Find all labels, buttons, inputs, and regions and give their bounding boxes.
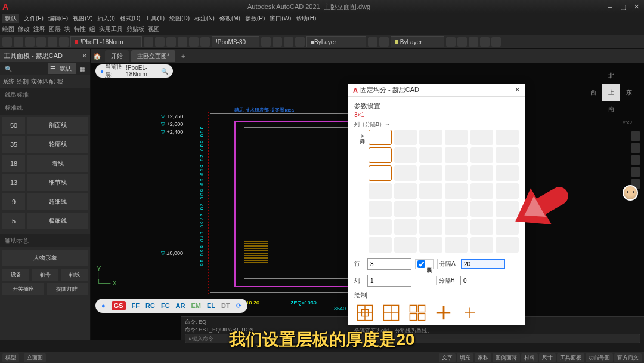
- preset-cell[interactable]: [470, 130, 494, 145]
- tool-icon[interactable]: [14, 37, 23, 47]
- draw-mode-5[interactable]: [459, 302, 481, 324]
- tab-start[interactable]: 开始: [105, 50, 129, 62]
- line-type[interactable]: 极细线: [27, 213, 88, 229]
- quick-em[interactable]: EM: [191, 302, 201, 309]
- aux-eq[interactable]: 设备: [2, 269, 29, 281]
- preset-cell[interactable]: [394, 201, 417, 217]
- preset-cell[interactable]: [470, 219, 494, 235]
- rtab-layer[interactable]: 图层: [49, 25, 61, 33]
- menu-tools[interactable]: 工具(T): [145, 14, 165, 23]
- tool-icon[interactable]: [379, 37, 389, 47]
- quick-ff[interactable]: FF: [132, 302, 140, 309]
- tool-icon[interactable]: [166, 37, 176, 47]
- quick-end-icon[interactable]: ⟳: [236, 302, 242, 310]
- aux-axisline[interactable]: 轴线: [61, 269, 88, 281]
- preset-cell[interactable]: [394, 165, 417, 181]
- panel-search-icon[interactable]: 🔍: [2, 64, 14, 73]
- preset-cell[interactable]: [496, 237, 519, 253]
- preset-cell[interactable]: [419, 183, 442, 199]
- tool-icon[interactable]: [59, 37, 69, 47]
- dialog-titlebar[interactable]: A 固定均分 - 赫思CAD ✕: [348, 84, 525, 97]
- preset-cell[interactable]: [419, 219, 442, 235]
- tool-icon[interactable]: [155, 37, 165, 47]
- tool-icon[interactable]: [144, 37, 153, 47]
- rtab-draw[interactable]: 绘图: [2, 25, 14, 33]
- mtab-draw[interactable]: 绘制: [17, 78, 29, 86]
- menu-help[interactable]: 帮助(H): [296, 14, 316, 23]
- status-item[interactable]: 填充: [457, 353, 473, 362]
- preset-cell[interactable]: [419, 147, 442, 163]
- preset-cell[interactable]: [394, 183, 417, 199]
- row-input[interactable]: [367, 258, 411, 270]
- tool-icon[interactable]: [36, 37, 46, 47]
- status-item[interactable]: 尺寸: [539, 353, 556, 362]
- preset-cell[interactable]: [445, 237, 468, 253]
- quick-dt[interactable]: DT: [221, 302, 230, 309]
- rtab-view[interactable]: 视图: [148, 25, 160, 33]
- line-type[interactable]: 超细线: [27, 193, 88, 210]
- mtab-match[interactable]: 实体匹配: [31, 78, 55, 86]
- preset-cell[interactable]: [470, 201, 494, 217]
- rtab-clip[interactable]: 剪贴板: [126, 25, 144, 33]
- quick-rc[interactable]: RC: [145, 302, 155, 309]
- layer-indicator[interactable]: ● 当前图层:!PboEL-18Norm 🔍: [95, 64, 173, 78]
- rtab-annot[interactable]: 注释: [33, 25, 45, 33]
- line-weight[interactable]: 35: [2, 136, 25, 153]
- draw-mode-4[interactable]: [433, 302, 454, 324]
- preset-cell[interactable]: [496, 130, 519, 145]
- dualline-checkbox[interactable]: [417, 260, 425, 268]
- menu-modify[interactable]: 修改(M): [219, 14, 240, 23]
- tool-icon[interactable]: [491, 37, 501, 47]
- tool-icon[interactable]: [178, 37, 187, 47]
- line-weight[interactable]: 13: [2, 174, 25, 191]
- close-button[interactable]: ✕: [631, 3, 642, 11]
- app-menu-icon[interactable]: 🏠: [93, 53, 101, 60]
- tab-active[interactable]: 主卧立面图*: [131, 50, 175, 62]
- mtab-sys[interactable]: 系统: [2, 78, 14, 86]
- nav-home-icon[interactable]: [631, 131, 640, 141]
- layer-combo[interactable]: !PboEL-18Norm: [70, 36, 142, 47]
- tool-icon[interactable]: [48, 37, 57, 47]
- preset-cell[interactable]: [369, 201, 392, 217]
- style-combo[interactable]: !PboMS-30: [212, 36, 259, 47]
- line-weight[interactable]: 5: [2, 213, 25, 229]
- aux-light[interactable]: 提随灯阵: [47, 283, 88, 295]
- preset-cell[interactable]: [369, 165, 392, 181]
- tool-icon[interactable]: [273, 37, 282, 47]
- tool-icon[interactable]: [284, 37, 293, 47]
- menu-dim[interactable]: 标注(N): [194, 14, 215, 23]
- preset-cell[interactable]: [369, 130, 392, 145]
- preset-cell[interactable]: [445, 130, 468, 145]
- preset-cell[interactable]: [445, 201, 468, 217]
- rtab-block[interactable]: 块: [64, 25, 70, 33]
- preset-cell[interactable]: [445, 147, 468, 163]
- lw-combo[interactable]: ByLayer: [391, 36, 444, 47]
- menu-format[interactable]: 格式(O): [120, 14, 140, 23]
- rtab-group[interactable]: 组: [89, 25, 95, 33]
- line-type[interactable]: 轮廓线: [27, 136, 88, 153]
- preset-cell[interactable]: [496, 147, 519, 163]
- preset-cell[interactable]: [419, 130, 442, 145]
- status-plus[interactable]: +: [51, 353, 54, 362]
- quick-gs[interactable]: GS: [112, 301, 126, 310]
- rtab-util[interactable]: 实用工具: [99, 25, 123, 33]
- preset-cell[interactable]: [419, 201, 442, 217]
- preset-cell[interactable]: [369, 147, 392, 163]
- tab-add[interactable]: +: [178, 53, 188, 60]
- dialog-close-icon[interactable]: ✕: [515, 86, 520, 94]
- preset-cell[interactable]: [470, 183, 494, 199]
- tool-icon[interactable]: [200, 37, 210, 47]
- rtab-modify[interactable]: 修改: [18, 25, 30, 33]
- preset-cell[interactable]: [419, 237, 442, 253]
- preset-cell[interactable]: [394, 237, 417, 253]
- nav-zoom-icon[interactable]: [631, 155, 640, 165]
- tool-icon[interactable]: [2, 37, 12, 47]
- menu-edit[interactable]: 编辑(E): [48, 14, 68, 23]
- status-item[interactable]: 文字: [439, 353, 456, 362]
- aux-axis[interactable]: 轴号: [32, 269, 58, 281]
- status-item[interactable]: 家私: [475, 353, 491, 362]
- menu-insert[interactable]: 插入(I): [97, 14, 114, 23]
- preset-cell[interactable]: [470, 165, 494, 181]
- preset-cell[interactable]: [470, 147, 494, 163]
- tool-icon[interactable]: [368, 37, 377, 47]
